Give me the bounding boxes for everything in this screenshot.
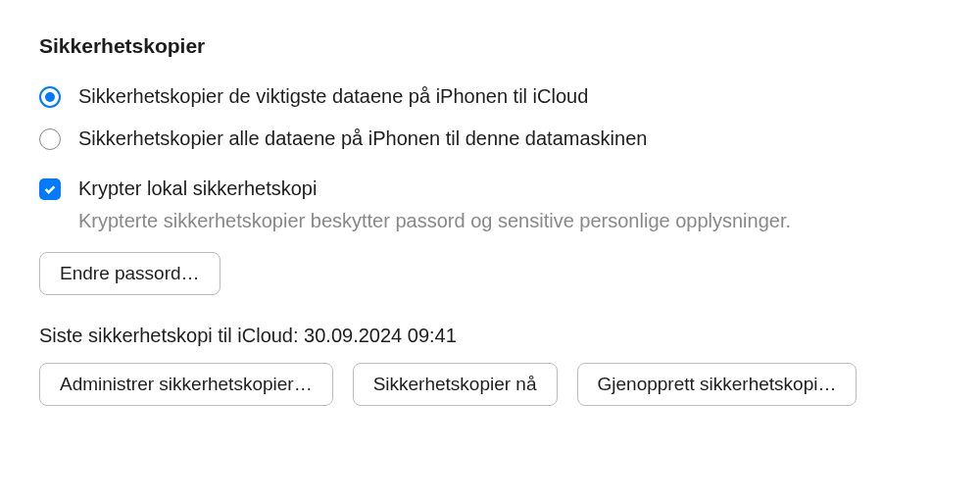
last-backup-status: Siste sikkerhetskopi til iCloud: 30.09.2… bbox=[39, 325, 941, 347]
backup-radio-group: Sikkerhetskopier de viktigste dataene på… bbox=[39, 85, 941, 150]
encrypt-label: Krypter lokal sikkerhetskopi bbox=[78, 177, 317, 200]
backup-actions-row: Administrer sikkerhetskopier… Sikkerhets… bbox=[39, 363, 941, 406]
backup-now-button[interactable]: Sikkerhetskopier nå bbox=[353, 363, 558, 406]
radio-icloud-icon bbox=[39, 86, 61, 108]
checkbox-checked-icon bbox=[39, 178, 61, 200]
restore-backup-button[interactable]: Gjenopprett sikkerhetskopi… bbox=[577, 363, 858, 406]
radio-local-icon bbox=[39, 128, 61, 150]
radio-row-local[interactable]: Sikkerhetskopier alle dataene på iPhonen… bbox=[39, 127, 941, 150]
encrypt-section: Krypter lokal sikkerhetskopi Krypterte s… bbox=[39, 177, 941, 232]
section-title: Sikkerhetskopier bbox=[39, 34, 941, 58]
radio-local-label: Sikkerhetskopier alle dataene på iPhonen… bbox=[78, 127, 647, 150]
manage-backups-button[interactable]: Administrer sikkerhetskopier… bbox=[39, 363, 333, 406]
change-password-button[interactable]: Endre passord… bbox=[39, 252, 220, 295]
radio-row-icloud[interactable]: Sikkerhetskopier de viktigste dataene på… bbox=[39, 85, 941, 108]
encrypt-checkbox-row[interactable]: Krypter lokal sikkerhetskopi bbox=[39, 177, 941, 200]
encrypt-helper-text: Krypterte sikkerhetskopier beskytter pas… bbox=[78, 210, 941, 232]
radio-icloud-label: Sikkerhetskopier de viktigste dataene på… bbox=[78, 85, 588, 108]
